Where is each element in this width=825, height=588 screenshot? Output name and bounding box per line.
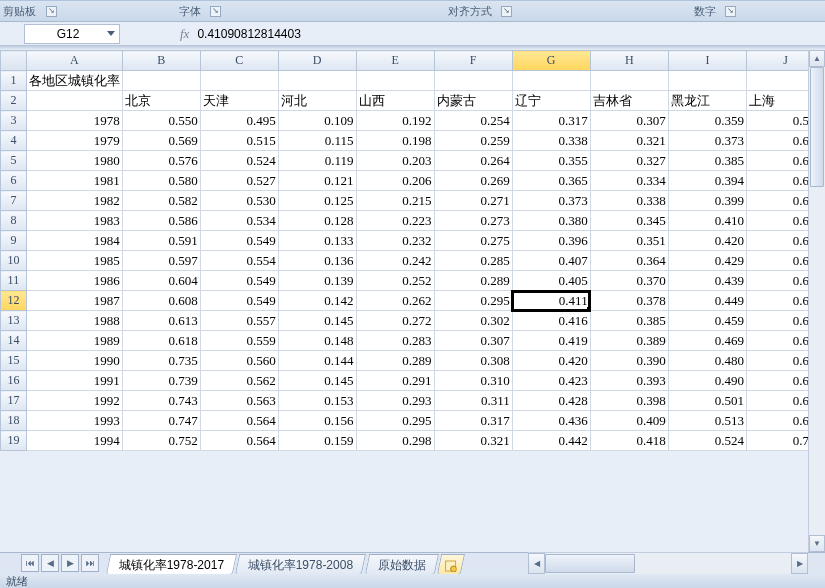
cell-D13[interactable]: 0.145: [278, 311, 356, 331]
cell-H11[interactable]: 0.370: [590, 271, 668, 291]
scroll-track[interactable]: [545, 553, 791, 574]
cell-G12[interactable]: 0.411: [512, 291, 590, 311]
cell-E8[interactable]: 0.223: [356, 211, 434, 231]
cell-A13[interactable]: 1988: [26, 311, 122, 331]
cell-B15[interactable]: 0.735: [122, 351, 200, 371]
row-header-16[interactable]: 16: [1, 371, 27, 391]
cell-G11[interactable]: 0.405: [512, 271, 590, 291]
cell-I18[interactable]: 0.513: [668, 411, 746, 431]
cell-I4[interactable]: 0.373: [668, 131, 746, 151]
cell-E4[interactable]: 0.198: [356, 131, 434, 151]
row-header-10[interactable]: 10: [1, 251, 27, 271]
sheet-tab-1[interactable]: 城镇化率1978-2008: [235, 554, 367, 574]
cell-B3[interactable]: 0.550: [122, 111, 200, 131]
cell-C13[interactable]: 0.557: [200, 311, 278, 331]
cell-C10[interactable]: 0.554: [200, 251, 278, 271]
cell-F7[interactable]: 0.271: [434, 191, 512, 211]
cell-G7[interactable]: 0.373: [512, 191, 590, 211]
cell-G3[interactable]: 0.317: [512, 111, 590, 131]
cell[interactable]: [278, 71, 356, 91]
expand-icon[interactable]: ↘: [725, 6, 736, 17]
dropdown-icon[interactable]: [107, 31, 115, 40]
cell-D5[interactable]: 0.119: [278, 151, 356, 171]
cell-H19[interactable]: 0.418: [590, 431, 668, 451]
cell-F12[interactable]: 0.295: [434, 291, 512, 311]
cell-F4[interactable]: 0.259: [434, 131, 512, 151]
cell-C11[interactable]: 0.549: [200, 271, 278, 291]
cell-header[interactable]: 山西: [356, 91, 434, 111]
cell-G19[interactable]: 0.442: [512, 431, 590, 451]
cell-E11[interactable]: 0.252: [356, 271, 434, 291]
cell-H6[interactable]: 0.334: [590, 171, 668, 191]
cell-H16[interactable]: 0.393: [590, 371, 668, 391]
cell-F17[interactable]: 0.311: [434, 391, 512, 411]
cell-F14[interactable]: 0.307: [434, 331, 512, 351]
cell-I10[interactable]: 0.429: [668, 251, 746, 271]
cell-A10[interactable]: 1985: [26, 251, 122, 271]
row-header-4[interactable]: 4: [1, 131, 27, 151]
cell-D4[interactable]: 0.115: [278, 131, 356, 151]
cell-A6[interactable]: 1981: [26, 171, 122, 191]
cell-D10[interactable]: 0.136: [278, 251, 356, 271]
cell-D7[interactable]: 0.125: [278, 191, 356, 211]
cell-D18[interactable]: 0.156: [278, 411, 356, 431]
cell-A8[interactable]: 1983: [26, 211, 122, 231]
cell-A1[interactable]: 各地区城镇化率: [26, 71, 122, 91]
cell-A16[interactable]: 1991: [26, 371, 122, 391]
cell-B14[interactable]: 0.618: [122, 331, 200, 351]
scroll-thumb[interactable]: [545, 554, 635, 573]
cell-F9[interactable]: 0.275: [434, 231, 512, 251]
cell-header[interactable]: 内蒙古: [434, 91, 512, 111]
sheet-tab-0[interactable]: 城镇化率1978-2017: [106, 554, 238, 574]
row-header-12[interactable]: 12: [1, 291, 27, 311]
cell-A19[interactable]: 1994: [26, 431, 122, 451]
cell-C7[interactable]: 0.530: [200, 191, 278, 211]
cell-E14[interactable]: 0.283: [356, 331, 434, 351]
cell-H12[interactable]: 0.378: [590, 291, 668, 311]
cell-F18[interactable]: 0.317: [434, 411, 512, 431]
cell-A7[interactable]: 1982: [26, 191, 122, 211]
cell-D3[interactable]: 0.109: [278, 111, 356, 131]
cell-I6[interactable]: 0.394: [668, 171, 746, 191]
cell-C8[interactable]: 0.534: [200, 211, 278, 231]
cell-E3[interactable]: 0.192: [356, 111, 434, 131]
cell-I3[interactable]: 0.359: [668, 111, 746, 131]
new-sheet-tab[interactable]: [437, 554, 465, 574]
cell-E18[interactable]: 0.295: [356, 411, 434, 431]
cell-F10[interactable]: 0.285: [434, 251, 512, 271]
row-header-9[interactable]: 9: [1, 231, 27, 251]
cell-C12[interactable]: 0.549: [200, 291, 278, 311]
scroll-right-button[interactable]: ▶: [791, 553, 808, 574]
cell-E5[interactable]: 0.203: [356, 151, 434, 171]
cell-header[interactable]: 辽宁: [512, 91, 590, 111]
cell-A5[interactable]: 1980: [26, 151, 122, 171]
cell-header[interactable]: 天津: [200, 91, 278, 111]
cell-C17[interactable]: 0.563: [200, 391, 278, 411]
cell-G10[interactable]: 0.407: [512, 251, 590, 271]
cell-C5[interactable]: 0.524: [200, 151, 278, 171]
cell-E15[interactable]: 0.289: [356, 351, 434, 371]
scroll-up-button[interactable]: ▲: [809, 50, 825, 67]
cell-H15[interactable]: 0.390: [590, 351, 668, 371]
cell[interactable]: [122, 71, 200, 91]
cell-H18[interactable]: 0.409: [590, 411, 668, 431]
cell-header[interactable]: 吉林省: [590, 91, 668, 111]
cell-E10[interactable]: 0.242: [356, 251, 434, 271]
cell-I9[interactable]: 0.420: [668, 231, 746, 251]
cell-H10[interactable]: 0.364: [590, 251, 668, 271]
row-header-18[interactable]: 18: [1, 411, 27, 431]
col-header-H[interactable]: H: [590, 51, 668, 71]
cell-H14[interactable]: 0.389: [590, 331, 668, 351]
row-header-6[interactable]: 6: [1, 171, 27, 191]
formula-area[interactable]: fx 0.41090812814403: [180, 26, 301, 42]
cell-B16[interactable]: 0.739: [122, 371, 200, 391]
cell-E19[interactable]: 0.298: [356, 431, 434, 451]
cell-G13[interactable]: 0.416: [512, 311, 590, 331]
cell[interactable]: [356, 71, 434, 91]
cell-G14[interactable]: 0.419: [512, 331, 590, 351]
cell[interactable]: [512, 71, 590, 91]
cell-B11[interactable]: 0.604: [122, 271, 200, 291]
row-header-11[interactable]: 11: [1, 271, 27, 291]
cell-F15[interactable]: 0.308: [434, 351, 512, 371]
col-header-G[interactable]: G: [512, 51, 590, 71]
